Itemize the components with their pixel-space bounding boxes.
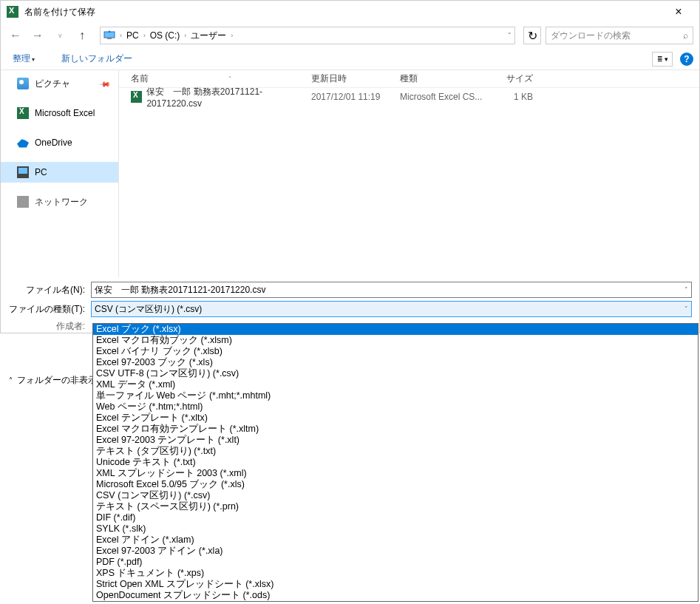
search-input[interactable]: ダウンロードの検索 ⌕ — [546, 27, 693, 44]
chevron-down-icon[interactable]: ˅ — [684, 305, 688, 313]
path-segment[interactable]: OS (C:) — [147, 30, 183, 41]
filetype-option[interactable]: DIF (*.dif) — [93, 512, 698, 523]
filetype-combobox[interactable]: CSV (コンマ区切り) (*.csv) ˅ — [91, 301, 692, 317]
filetype-option[interactable]: CSV UTF-8 (コンマ区切り) (*.csv) — [93, 368, 698, 379]
filetype-option[interactable]: Excel バイナリ ブック (*.xlsb) — [93, 346, 698, 357]
pc-icon — [17, 166, 29, 178]
path-dropdown-icon[interactable]: ˅ — [508, 32, 512, 39]
search-placeholder: ダウンロードの検索 — [551, 30, 631, 42]
recent-dropdown-icon[interactable]: ∨ — [51, 27, 69, 44]
sidebar-item-onedrive[interactable]: OneDrive — [1, 132, 118, 153]
sidebar-item-excel[interactable]: Microsoft Excel — [1, 103, 118, 123]
view-options-button[interactable]: ≣▾ — [652, 52, 673, 67]
svg-rect-1 — [107, 38, 112, 39]
filetype-option[interactable]: PDF (*.pdf) — [93, 557, 698, 568]
col-size-header[interactable]: サイズ — [489, 72, 548, 85]
filetype-option[interactable]: Excel テンプレート (*.xltx) — [93, 413, 698, 424]
filetype-option[interactable]: Excel 97-2003 ブック (*.xls) — [93, 357, 698, 368]
sidebar-item-label: PC — [35, 167, 47, 177]
filetype-option[interactable]: Excel 97-2003 テンプレート (*.xlt) — [93, 435, 698, 446]
chevron-right-icon: › — [142, 32, 147, 39]
col-name-header[interactable]: 名前 ˄ — [119, 72, 311, 85]
svg-rect-0 — [104, 32, 115, 38]
hide-folders-toggle[interactable]: ˄ フォルダーの非表示 — [9, 374, 97, 387]
col-date-header[interactable]: 更新日時 — [311, 72, 400, 85]
drive-icon — [103, 30, 115, 41]
close-button[interactable]: × — [664, 5, 693, 18]
filetype-option[interactable]: OpenDocument スプレッドシート (*.ods) — [93, 590, 698, 601]
new-folder-button[interactable]: 新しいフォルダー — [55, 50, 138, 68]
file-kind: Microsoft Excel CS... — [400, 92, 489, 102]
titlebar: 名前を付けて保存 × — [1, 1, 699, 23]
excel-app-icon — [7, 6, 18, 18]
back-button[interactable]: ← — [7, 27, 24, 44]
file-size: 1 KB — [489, 92, 548, 102]
filetype-option[interactable]: 単一ファイル Web ページ (*.mht;*.mhtml) — [93, 390, 698, 401]
sidebar: ピクチャ 📌 Microsoft Excel OneDrive PC ネットワ — [1, 70, 119, 277]
chevron-up-icon: ˄ — [9, 376, 13, 384]
sidebar-item-label: ピクチャ — [35, 78, 70, 90]
filetype-option[interactable]: Excel マクロ有効テンプレート (*.xltm) — [93, 424, 698, 435]
filetype-option[interactable]: XML データ (*.xml) — [93, 379, 698, 390]
chevron-right-icon: › — [183, 32, 188, 39]
sidebar-item-label: ネットワーク — [35, 196, 94, 208]
save-as-dialog: 名前を付けて保存 × ← → ∨ ↑ › PC › OS (C:) › ユーザー… — [0, 0, 700, 333]
file-list: 名前 ˄ 更新日時 種類 サイズ 保安 一郎 勤務表20171121-20171… — [119, 70, 699, 277]
forward-button[interactable]: → — [29, 27, 47, 44]
sidebar-item-pc[interactable]: PC — [1, 162, 118, 183]
filetype-dropdown-list[interactable]: Excel ブック (*.xlsx)Excel マクロ有効ブック (*.xlsm… — [92, 323, 699, 602]
filetype-option[interactable]: Microsoft Excel 5.0/95 ブック (*.xls) — [93, 479, 698, 490]
filetype-option[interactable]: CSV (コンマ区切り) (*.csv) — [93, 490, 698, 501]
excel-icon — [17, 107, 29, 119]
chevron-down-icon[interactable]: ˅ — [684, 286, 688, 293]
filetype-option[interactable]: XML スプレッドシート 2003 (*.xml) — [93, 468, 698, 479]
filetype-option[interactable]: Excel マクロ有効ブック (*.xlsm) — [93, 335, 698, 346]
sidebar-item-pictures[interactable]: ピクチャ 📌 — [1, 73, 118, 94]
filetype-option[interactable]: Web ページ (*.htm;*.html) — [93, 401, 698, 413]
filetype-option[interactable]: Unicode テキスト (*.txt) — [93, 457, 698, 468]
organize-button[interactable]: 整理▾ — [7, 50, 41, 68]
body: ピクチャ 📌 Microsoft Excel OneDrive PC ネットワ — [1, 70, 699, 277]
help-icon[interactable]: ? — [680, 52, 693, 66]
address-bar[interactable]: › PC › OS (C:) › ユーザー › ˅ — [100, 27, 515, 44]
filetype-option[interactable]: Excel 97-2003 アドイン (*.xla) — [93, 546, 698, 557]
toolbar: 整理▾ 新しいフォルダー ≣▾ ? — [1, 48, 699, 70]
file-name: 保安 一郎 勤務表20171121-20171220.csv — [146, 86, 311, 109]
onedrive-icon — [17, 137, 29, 149]
path-segment[interactable]: PC — [123, 30, 142, 41]
filename-label: ファイル名(N): — [8, 284, 91, 296]
filetype-option[interactable]: XPS ドキュメント (*.xps) — [93, 568, 698, 579]
refresh-button[interactable]: ↻ — [523, 27, 541, 44]
author-label: 作成者: — [8, 320, 91, 333]
sidebar-item-label: Microsoft Excel — [35, 108, 95, 118]
sort-caret-icon: ˄ — [228, 75, 232, 83]
filetype-option[interactable]: SYLK (*.slk) — [93, 523, 698, 535]
sidebar-item-network[interactable]: ネットワーク — [1, 191, 118, 212]
filetype-label: ファイルの種類(T): — [8, 303, 91, 316]
sidebar-item-label: OneDrive — [35, 138, 72, 148]
chevron-right-icon: › — [118, 32, 123, 39]
chevron-right-icon: › — [229, 32, 234, 39]
path-segment[interactable]: ユーザー — [188, 30, 229, 42]
pin-icon: 📌 — [99, 78, 111, 89]
file-row[interactable]: 保安 一郎 勤務表20171121-20171220.csv 2017/12/0… — [119, 88, 699, 106]
filetype-option[interactable]: Strict Open XML スプレッドシート (*.xlsx) — [93, 579, 698, 590]
up-button[interactable]: ↑ — [73, 27, 91, 44]
dialog-title: 名前を付けて保存 — [24, 6, 664, 18]
file-date: 2017/12/01 11:19 — [311, 92, 400, 102]
csv-file-icon — [131, 91, 142, 103]
filename-input[interactable]: 保安 一郎 勤務表20171121-20171220.csv ˅ — [91, 282, 692, 298]
filetype-option[interactable]: テキスト (タブ区切り) (*.txt) — [93, 446, 698, 457]
search-icon: ⌕ — [683, 30, 688, 41]
filetype-option[interactable]: Excel アドイン (*.xlam) — [93, 535, 698, 546]
filetype-option[interactable]: Excel ブック (*.xlsx) — [93, 324, 698, 335]
nav-row: ← → ∨ ↑ › PC › OS (C:) › ユーザー › ˅ ↻ ダウンロ… — [1, 23, 699, 48]
network-icon — [17, 196, 29, 208]
col-kind-header[interactable]: 種類 — [400, 72, 489, 85]
filetype-option[interactable]: テキスト (スペース区切り) (*.prn) — [93, 501, 698, 512]
pictures-icon — [17, 78, 29, 89]
